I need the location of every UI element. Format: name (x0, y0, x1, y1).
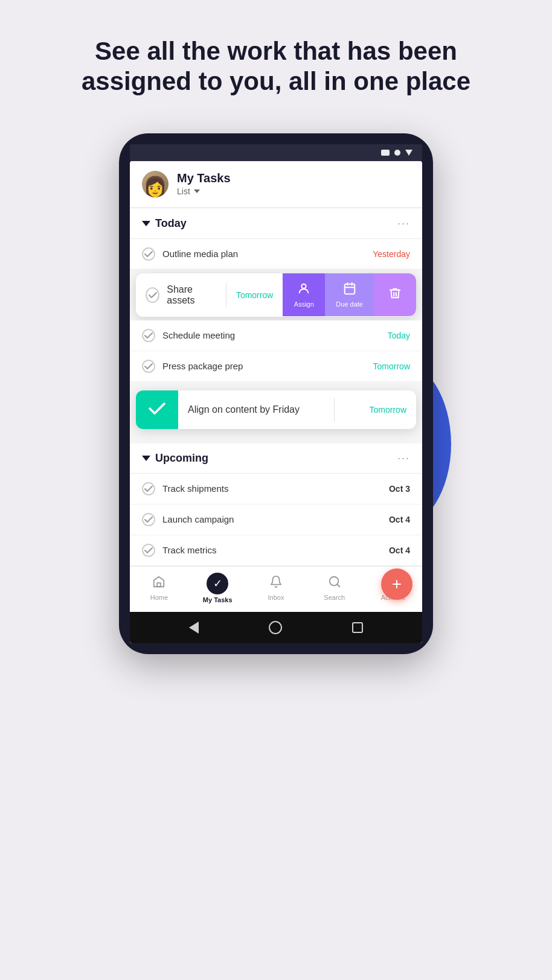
task-date-schedule: Today (388, 331, 410, 340)
nav-search[interactable]: Search (305, 575, 364, 601)
task-press-package[interactable]: Press package prep Tomorrow (130, 351, 422, 382)
svg-point-0 (302, 284, 306, 288)
task-name-shipments: Track shipments (162, 483, 228, 494)
nav-home[interactable]: Home (130, 575, 188, 601)
due-date-icon (343, 282, 356, 298)
upcoming-menu-icon[interactable]: ··· (397, 452, 410, 465)
app-header: 👩 My Tasks List (130, 161, 422, 208)
battery-icon (381, 150, 390, 156)
swipe-actions: Assign Due date (283, 273, 416, 316)
android-recents-button[interactable] (352, 622, 363, 633)
upcoming-label: Upcoming (155, 452, 208, 465)
upcoming-section-header: Upcoming ··· (130, 444, 422, 474)
nav-my-tasks-label: My Tasks (203, 596, 233, 603)
complete-check-area[interactable] (136, 390, 178, 429)
delete-icon (388, 287, 402, 303)
complete-card-container: Align on content by Friday Tomorrow (130, 382, 422, 438)
app-subtitle: List (177, 186, 231, 196)
today-section-header: Today ··· (130, 209, 422, 239)
headline: See all the work that has been assigned … (33, 0, 519, 121)
android-back-button[interactable] (189, 622, 199, 634)
task-name-schedule: Schedule meeting (162, 330, 235, 340)
task-check-launch[interactable] (142, 513, 155, 526)
assign-label: Assign (294, 301, 314, 308)
task-check-outline[interactable] (142, 247, 155, 261)
subtitle-chevron (194, 189, 200, 193)
upcoming-collapse-icon[interactable] (142, 456, 150, 461)
due-date-label: Due date (336, 301, 363, 308)
signal-icon (394, 150, 400, 156)
task-track-shipments[interactable]: Track shipments Oct 3 (130, 474, 422, 504)
nav-inbox[interactable]: Inbox (247, 575, 306, 601)
task-date-outline: Yesterday (373, 249, 410, 259)
task-name-outline: Outline media plan (162, 249, 238, 259)
wifi-icon (405, 150, 412, 156)
complete-card-align[interactable]: Align on content by Friday Tomorrow (136, 390, 416, 429)
nav-home-label: Home (150, 594, 168, 601)
phone-screen: 👩 My Tasks List Today ··· (130, 161, 422, 643)
complete-task-name: Align on content by Friday (188, 404, 300, 415)
headline-line2: assigned to you, all in one place (82, 67, 470, 95)
bottom-nav: Home ✓ My Tasks Inbox (130, 566, 422, 612)
today-collapse-icon[interactable] (142, 221, 150, 226)
assign-icon (297, 282, 310, 298)
avatar: 👩 (142, 171, 168, 197)
task-date-press: Tomorrow (373, 361, 410, 371)
app-title: My Tasks (177, 171, 231, 185)
task-date-shipments: Oct 3 (389, 484, 410, 494)
status-bar (130, 144, 422, 161)
task-check-schedule[interactable] (142, 329, 155, 342)
swipe-task-name: Share assets (167, 284, 216, 306)
task-check-metrics[interactable] (142, 544, 155, 557)
task-outline-media-plan[interactable]: Outline media plan Yesterday (130, 239, 422, 270)
complete-check-icon (149, 400, 165, 419)
task-check-press[interactable] (142, 360, 155, 373)
phone-shell: 👩 My Tasks List Today ··· (119, 133, 433, 654)
inbox-icon (269, 575, 283, 592)
task-date-launch: Oct 4 (389, 515, 410, 524)
task-date-metrics: Oct 4 (389, 546, 410, 555)
nav-inbox-label: Inbox (268, 594, 284, 601)
task-launch-campaign[interactable]: Launch campaign Oct 4 (130, 504, 422, 535)
fab-add-button[interactable]: + (381, 568, 412, 600)
assign-action-button[interactable]: Assign (283, 273, 325, 316)
delete-action-button[interactable] (374, 273, 416, 316)
complete-task-date: Tomorrow (370, 405, 406, 415)
svg-rect-5 (158, 583, 161, 587)
today-menu-icon[interactable]: ··· (397, 217, 410, 230)
task-name-press: Press package prep (162, 361, 243, 371)
phone-mockup: 👩 My Tasks List Today ··· (119, 133, 433, 654)
headline-line1: See all the work that has been (95, 37, 457, 65)
task-schedule-meeting[interactable]: Schedule meeting Today (130, 320, 422, 351)
my-tasks-active-icon: ✓ (207, 573, 228, 594)
home-icon (152, 575, 165, 592)
fab-plus-icon: + (392, 574, 402, 594)
swipe-task-date: Tomorrow (226, 290, 283, 300)
today-label: Today (155, 217, 187, 230)
android-nav-bar (130, 612, 422, 643)
search-icon (328, 575, 341, 592)
swipe-card-container: Share assets Tomorrow Assign (130, 270, 422, 320)
nav-my-tasks[interactable]: ✓ My Tasks (188, 573, 247, 603)
task-check-shipments[interactable] (142, 482, 155, 495)
swipe-task-check[interactable] (146, 287, 159, 303)
due-date-action-button[interactable]: Due date (325, 273, 374, 316)
svg-line-7 (337, 584, 339, 587)
task-track-metrics[interactable]: Track metrics Oct 4 (130, 535, 422, 566)
task-name-launch: Launch campaign (162, 514, 234, 524)
task-name-metrics: Track metrics (162, 545, 216, 555)
android-home-button[interactable] (269, 621, 282, 634)
swipe-card-share-assets[interactable]: Share assets Tomorrow Assign (136, 273, 416, 317)
nav-search-label: Search (324, 594, 345, 601)
svg-rect-1 (344, 284, 355, 294)
